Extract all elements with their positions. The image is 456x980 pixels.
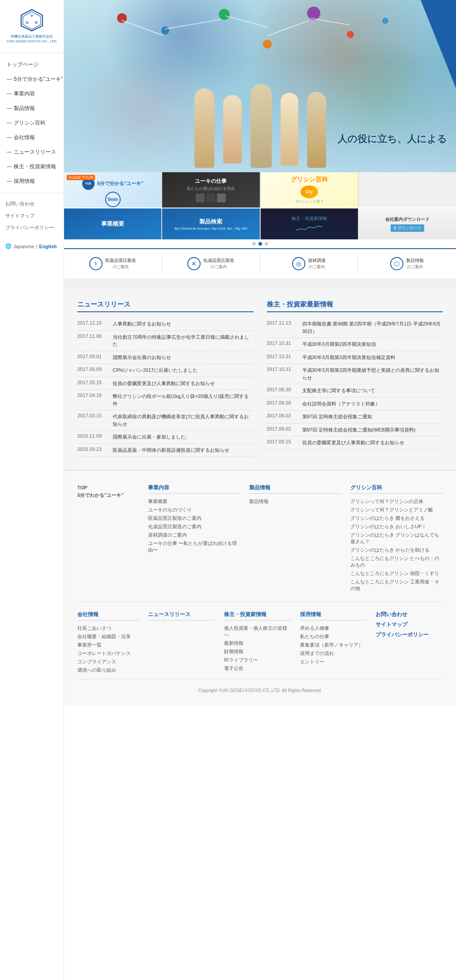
nav-contact[interactable]: お問い合わせ	[0, 198, 64, 210]
investor-item-7[interactable]: 2017.06.02 第97回 定時株主総会招集ご通知	[267, 410, 443, 424]
guide-badge: GUIDE TOUR	[67, 175, 95, 180]
tile-products-search[interactable]: 製品検索 By Chemical Groups / By CAS. No. / …	[162, 208, 259, 239]
news-item-5[interactable]: 2017.05.15 役員の委嘱変更及び人事異動に関するお知らせ	[77, 377, 254, 390]
news-release-col: ニュースリリース 2017.12.15 人事異動に関するお知らせ 2017.11…	[77, 300, 254, 457]
dot-2[interactable]	[258, 242, 262, 246]
nav-sitemap[interactable]: サイトマップ	[0, 210, 64, 222]
nav-top[interactable]: トップページ	[0, 57, 64, 72]
nav-business[interactable]: 事業内容	[0, 87, 64, 101]
investor-item-4[interactable]: 2017.10.31 平成30年3月期第2四半期業績予想と実績との差異に関するお…	[267, 364, 443, 384]
nav-recruit[interactable]: 採用情報	[0, 174, 64, 189]
footer-investor-3[interactable]: 財務情報	[224, 647, 291, 656]
investor-item-1[interactable]: 2017.11.13 四半期報告書-第98期 第2四半期（平成29年7月1日-平…	[267, 318, 443, 338]
footer-glycine-3[interactable]: グリシンのはたらき 菌をおさえる	[350, 514, 443, 522]
footer-glycine-7[interactable]: こんなところにもグリシン たべもの・のみもの	[350, 554, 443, 569]
business-tile-content: 事業概要	[64, 208, 161, 239]
lang-japanese[interactable]: Japanese	[13, 244, 34, 249]
footer-glycine-6[interactable]: グリシンのはたらき からだを助ける	[350, 546, 443, 554]
footer-investor-4[interactable]: IRライブラリー	[224, 656, 291, 664]
tile-business[interactable]: 事業概要	[64, 208, 161, 239]
tile-docs-download[interactable]: 会社案内ダウンロード ⬇ ダウンロード	[359, 208, 456, 239]
footer-products-link[interactable]: 製品情報	[249, 497, 342, 506]
footer-business-1[interactable]: 事業概要	[148, 497, 240, 506]
investor-item-2[interactable]: 2017.10.31 平成30年3月期第2四半期決算短信	[267, 338, 443, 351]
news-date: 2017.04.18	[77, 393, 108, 407]
nav-guide[interactable]: 5分で分かる"ユーキ"	[0, 72, 64, 87]
footer-investor-5[interactable]: 電子公告	[224, 664, 291, 673]
investor-item-8[interactable]: 2017.06.02 第97回 定時株主総会招集ご通知(WEB開示事項資料)	[267, 424, 443, 437]
investor-item-3[interactable]: 2017.10.31 平成30年3月期第2四半期決算短信補足資料	[267, 351, 443, 364]
investor-item-9[interactable]: 2017.05.15 役員の委嘱変更及び人事異動に関するお知らせ	[267, 436, 443, 450]
pagination	[64, 239, 456, 248]
footer-glycine-1[interactable]: グリシンって何？グリシンの正体	[350, 497, 443, 506]
tile-work[interactable]: ユーキの仕事 私たちが選ばれ続ける理由	[162, 172, 259, 208]
footer-glycine-2[interactable]: グリシンって何？グリシンとアミノ酸	[350, 506, 443, 514]
footer-sitemap-link[interactable]: サイトマップ	[376, 621, 443, 628]
news-item-7[interactable]: 2017.03.15 代表取締役の異動及び機構改革並びに役員人事異動に関するお知…	[77, 410, 254, 431]
footer-recruit-3[interactable]: 募集要項（新卒／キャリア）	[300, 641, 367, 649]
footer-company-5[interactable]: コンプライアンス	[77, 658, 139, 666]
news-text: 代表取締役の異動及び機構改革並びに役員人事異動に関するお知らせ	[113, 413, 254, 428]
dot-1[interactable]	[252, 242, 256, 246]
footer-glycine-8[interactable]: こんなところにもグリシン 病院・くすり	[350, 569, 443, 578]
tile-stocks[interactable]: 株主・投資家情報	[261, 208, 358, 239]
investor-text: 平成30年3月期第2四半期業績予想と実績との差異に関するお知らせ	[302, 367, 443, 381]
investor-news-col: 株主・投資家最新情報 2017.11.13 四半期報告書-第98期 第2四半期（…	[267, 300, 443, 457]
lang-english[interactable]: English	[39, 244, 57, 249]
footer-business-4[interactable]: 化成品受託製造のご案内	[148, 522, 240, 531]
nav-glycine[interactable]: グリシン百科	[0, 116, 64, 130]
footer-recruit-2[interactable]: 私たちの仕事	[300, 632, 367, 641]
footer-recruit-1[interactable]: 求める人物像	[300, 624, 367, 632]
footer-company-1[interactable]: 社長ごあいさつ	[77, 624, 139, 632]
footer-investor-2[interactable]: 最新情報	[224, 639, 291, 647]
footer-guide-link[interactable]: 5分でわかる"ユーキ"	[77, 491, 139, 499]
news-item-1[interactable]: 2017.12.15 人事異動に関するお知らせ	[77, 318, 254, 331]
tile-guide-tour[interactable]: GUIDE TOUR YGK 5分で分かる"ユーキ" 5min	[64, 172, 161, 208]
footer-company-3[interactable]: 事業所一覧	[77, 641, 139, 649]
nav-privacy[interactable]: プライバシーポリシー	[0, 222, 64, 234]
service-materials[interactable]: ◎ 資材調達 のご案内	[260, 254, 358, 274]
footer-business-3[interactable]: 医薬品受託製造のご案内	[148, 514, 240, 522]
news-item-8[interactable]: 2016.11.09 国際展示会に出展・参加しました。	[77, 431, 254, 444]
footer-glycine-5[interactable]: グリシンのはたらき グリシンはなんでも屋さん？	[350, 531, 443, 546]
news-item-3[interactable]: 2017.09.01 国際展示会出展のお知らせ	[77, 351, 254, 364]
service-products-info[interactable]: ⬡ 製品情報 のご案内	[358, 254, 456, 274]
docs-label: 会社案内ダウンロード	[385, 216, 429, 223]
main-content: 人の役に立ち、人による GUIDE TOUR YGK 5分で分かる"ユーキ" 5…	[64, 0, 456, 980]
work-tile-content: ユーキの仕事 私たちが選ばれ続ける理由	[162, 172, 259, 208]
news-item-9[interactable]: 2016.09.23 医薬品原薬・中間体の新規設備投資に関するお知らせ	[77, 444, 254, 457]
nav-investor[interactable]: 株主・投資家情報	[0, 159, 64, 174]
footer-business-6[interactable]: ユーキの仕事 〜私たちが選ばれ続ける理由〜	[148, 539, 240, 554]
footer-business-2[interactable]: ユーキのものづくり	[148, 506, 240, 514]
nav-company[interactable]: 会社情報	[0, 130, 64, 145]
logo-area: Y G K 有機合成薬品工業株式会社 YUKI GOSEI KOGYO CO.,…	[0, 0, 64, 53]
dot-3[interactable]	[265, 242, 268, 246]
news-item-4[interactable]: 2017.06.09 CPhIジャパン2017に出展いたしました	[77, 364, 254, 377]
footer-glycine-9[interactable]: こんなところにもグリシン 工業用途・その他	[350, 578, 443, 593]
nav-products[interactable]: 製品情報	[0, 101, 64, 116]
quick-nav-row1: GUIDE TOUR YGK 5分で分かる"ユーキ" 5min ユーキの仕事 私…	[64, 172, 456, 208]
tile-glycine[interactable]: グリシン百科 Gly グリシンって何？	[261, 172, 358, 208]
service-pharma[interactable]: ⚕ 医薬品受託製造 のご案内	[64, 254, 162, 274]
footer-company-4[interactable]: コーポレートガバナンス	[77, 649, 139, 658]
footer-glycine-4[interactable]: グリシンのはたらき おいしさUP！	[350, 522, 443, 531]
news-item-2[interactable]: 2017.11.08 当社創立70周年の特集記事広告が化学工業日報に掲載されまし…	[77, 331, 254, 351]
footer-recruit-5[interactable]: エントリー	[300, 658, 367, 666]
svg-text:Y: Y	[30, 14, 33, 18]
pharma-text: 医薬品受託製造 のご案内	[105, 257, 136, 270]
footer-company-2[interactable]: 会社概要・組織図・沿革	[77, 632, 139, 641]
news-item-6[interactable]: 2017.04.18 弊社グリシンの段ボール箱(1kg入り袋×20個入り)販売に…	[77, 390, 254, 410]
nav-news[interactable]: ニュースリリース	[0, 145, 64, 159]
service-chemical[interactable]: ✕ 化成品受託製造 のご案内	[162, 254, 260, 274]
footer-business-5[interactable]: 資材調達のご案内	[148, 531, 240, 539]
footer-privacy-link[interactable]: プライバシーポリシー	[376, 631, 443, 639]
footer-grid2: 会社情報 社長ごあいさつ 会社概要・組織図・沿革 事業所一覧 コーポレートガバナ…	[77, 602, 443, 674]
investor-item-6[interactable]: 2017.06.09 会社説明会資料（アナリスト対象）	[267, 397, 443, 411]
footer-top-link[interactable]: TOP	[77, 484, 139, 491]
footer-recruit-title: 採用情報	[300, 611, 367, 621]
footer-company-6[interactable]: 環境への取り組み	[77, 666, 139, 674]
investor-item-5[interactable]: 2017.06.30 支配株主等に関する事項について	[267, 384, 443, 397]
footer-recruit-4[interactable]: 採用までの流れ	[300, 649, 367, 658]
footer-contact-title[interactable]: お問い合わせ	[376, 611, 443, 618]
footer-investor-1[interactable]: 個人投資家・個人株主の皆様へ	[224, 624, 291, 639]
